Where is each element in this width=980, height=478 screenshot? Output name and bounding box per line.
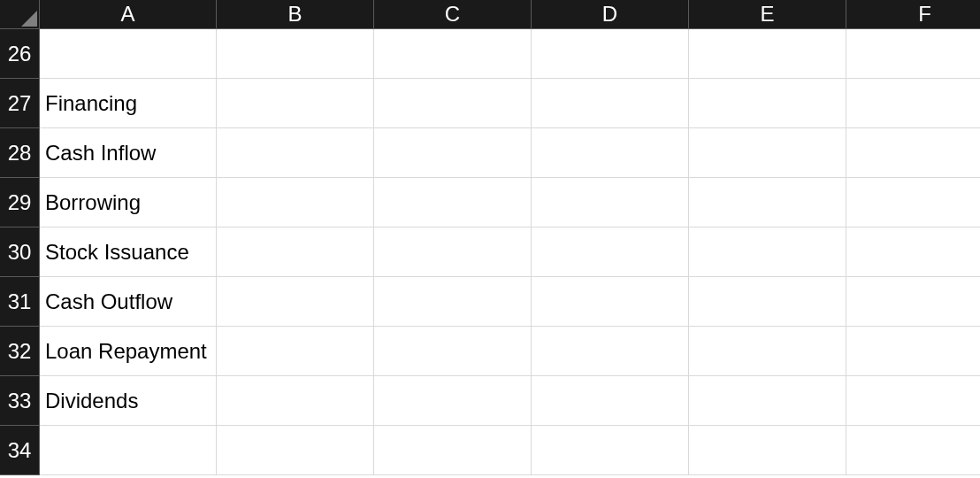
cell-B26[interactable] — [217, 29, 374, 79]
row-header-33[interactable]: 33 — [0, 376, 40, 426]
row-header-27[interactable]: 27 — [0, 79, 40, 128]
cell-A32[interactable]: Loan Repayment — [40, 327, 217, 376]
col-header-label: E — [760, 2, 774, 27]
col-header-label: A — [120, 2, 134, 27]
col-header-label: F — [918, 2, 931, 27]
cell-B32[interactable] — [217, 327, 374, 376]
cell-E32[interactable] — [689, 327, 846, 376]
cell-E26[interactable] — [689, 29, 846, 79]
col-header-A[interactable]: A — [40, 0, 217, 29]
cell-value: Dividends — [45, 389, 138, 413]
cell-F31[interactable] — [846, 277, 980, 327]
cell-value: Financing — [45, 91, 137, 116]
cell-B27[interactable] — [217, 79, 374, 128]
col-header-F[interactable]: F — [846, 0, 980, 29]
row-header-label: 28 — [8, 141, 32, 166]
cell-F28[interactable] — [846, 128, 980, 178]
cell-F30[interactable] — [846, 227, 980, 277]
cell-C30[interactable] — [374, 227, 532, 277]
row-header-32[interactable]: 32 — [0, 327, 40, 376]
cell-value: Loan Repayment — [45, 339, 207, 364]
col-header-C[interactable]: C — [374, 0, 532, 29]
row-header-label: 26 — [8, 42, 32, 66]
cell-D32[interactable] — [532, 327, 689, 376]
row-header-30[interactable]: 30 — [0, 227, 40, 277]
row-header-34[interactable]: 34 — [0, 426, 40, 475]
cell-D33[interactable] — [532, 376, 689, 426]
row-header-31[interactable]: 31 — [0, 277, 40, 327]
cell-value: Cash Inflow — [45, 141, 156, 166]
cell-F34[interactable] — [846, 426, 980, 475]
cell-B31[interactable] — [217, 277, 374, 327]
cell-C26[interactable] — [374, 29, 532, 79]
col-header-label: C — [445, 2, 460, 27]
cell-A34[interactable] — [40, 426, 217, 475]
cell-B34[interactable] — [217, 426, 374, 475]
col-header-D[interactable]: D — [532, 0, 689, 29]
cell-F27[interactable] — [846, 79, 980, 128]
select-all-triangle-icon — [21, 11, 37, 27]
cell-A30[interactable]: Stock Issuance — [40, 227, 217, 277]
row-header-label: 30 — [8, 240, 32, 265]
row-header-29[interactable]: 29 — [0, 178, 40, 227]
col-header-B[interactable]: B — [217, 0, 374, 29]
cell-A26[interactable] — [40, 29, 217, 79]
cell-E29[interactable] — [689, 178, 846, 227]
row-header-label: 33 — [8, 389, 32, 413]
cell-E34[interactable] — [689, 426, 846, 475]
cell-B30[interactable] — [217, 227, 374, 277]
col-header-label: B — [287, 2, 302, 27]
cell-C31[interactable] — [374, 277, 532, 327]
cell-B33[interactable] — [217, 376, 374, 426]
cell-A33[interactable]: Dividends — [40, 376, 217, 426]
row-header-26[interactable]: 26 — [0, 29, 40, 79]
cell-E31[interactable] — [689, 277, 846, 327]
cell-B28[interactable] — [217, 128, 374, 178]
cell-D26[interactable] — [532, 29, 689, 79]
cell-E27[interactable] — [689, 79, 846, 128]
col-header-label: D — [602, 2, 617, 27]
cell-C32[interactable] — [374, 327, 532, 376]
spreadsheet-grid: A B C D E F 2627Financing28Cash Inflow29… — [0, 0, 980, 475]
row-header-28[interactable]: 28 — [0, 128, 40, 178]
cell-value: Stock Issuance — [45, 240, 189, 265]
cell-C33[interactable] — [374, 376, 532, 426]
row-header-label: 32 — [8, 339, 32, 364]
svg-marker-0 — [21, 11, 37, 27]
cell-A27[interactable]: Financing — [40, 79, 217, 128]
cell-E33[interactable] — [689, 376, 846, 426]
cell-E28[interactable] — [689, 128, 846, 178]
cell-value: Cash Outflow — [45, 289, 172, 314]
cell-E30[interactable] — [689, 227, 846, 277]
row-header-label: 29 — [8, 190, 32, 215]
cell-D30[interactable] — [532, 227, 689, 277]
col-header-E[interactable]: E — [689, 0, 846, 29]
cell-D29[interactable] — [532, 178, 689, 227]
cell-F32[interactable] — [846, 327, 980, 376]
cell-C28[interactable] — [374, 128, 532, 178]
cell-C27[interactable] — [374, 79, 532, 128]
cell-F33[interactable] — [846, 376, 980, 426]
row-header-label: 27 — [8, 91, 32, 116]
cell-D34[interactable] — [532, 426, 689, 475]
row-header-label: 34 — [8, 438, 32, 463]
select-all-corner[interactable] — [0, 0, 40, 29]
cell-A31[interactable]: Cash Outflow — [40, 277, 217, 327]
cell-C29[interactable] — [374, 178, 532, 227]
cell-value: Borrowing — [45, 190, 141, 215]
cell-C34[interactable] — [374, 426, 532, 475]
cell-A28[interactable]: Cash Inflow — [40, 128, 217, 178]
row-header-label: 31 — [8, 289, 32, 314]
cell-D28[interactable] — [532, 128, 689, 178]
cell-A29[interactable]: Borrowing — [40, 178, 217, 227]
cell-D27[interactable] — [532, 79, 689, 128]
cell-D31[interactable] — [532, 277, 689, 327]
cell-B29[interactable] — [217, 178, 374, 227]
cell-F26[interactable] — [846, 29, 980, 79]
cell-F29[interactable] — [846, 178, 980, 227]
